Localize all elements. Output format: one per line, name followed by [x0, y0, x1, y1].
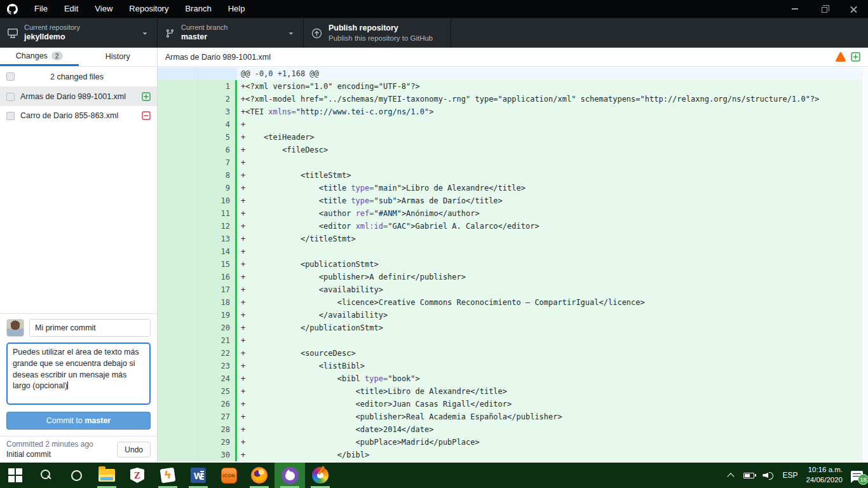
diff-line: 13+ </titleStmt> — [158, 233, 862, 245]
taskbar-cortana-button[interactable] — [61, 463, 92, 488]
volume-icon[interactable] — [763, 471, 774, 480]
changes-count-badge: 2 — [51, 51, 63, 60]
current-branch-selector[interactable]: Current branch master — [158, 18, 304, 48]
notification-center-icon[interactable]: 18 — [851, 471, 863, 480]
changed-files-count: 2 changed files — [15, 72, 151, 81]
old-line-number — [158, 436, 198, 449]
language-indicator[interactable]: ESP — [782, 471, 797, 480]
branch-label: Current branch — [181, 24, 227, 32]
taskbar-file-explorer-button[interactable] — [92, 463, 122, 488]
new-line-number: 29 — [198, 436, 235, 449]
changed-files-header: 2 changed files — [0, 67, 157, 87]
diff-line-content: + <editor>Juan Casas Rigall</editor> — [235, 398, 862, 410]
old-line-number — [158, 258, 198, 271]
commit-summary-input[interactable] — [29, 319, 151, 337]
publish-subtitle: Publish this repository to GitHub — [329, 34, 433, 43]
tab-changes[interactable]: Changes 2 — [0, 48, 79, 66]
diff-line: 3+<TEI xmlns="http://www.tei-c.org/ns/1.… — [158, 105, 862, 118]
diff-line: 17+ <availability> — [158, 283, 862, 296]
clock[interactable]: 10:16 a.m. 24/06/2020 — [806, 465, 843, 485]
taskbar-word-button[interactable]: W — [183, 463, 214, 488]
diff-line-content: + <titleStmt> — [235, 169, 862, 182]
diff-line-content: + <title type="sub">Armas de Darío</titl… — [235, 194, 862, 207]
diff-line: 26+ <editor>Juan Casas Rigall</editor> — [158, 398, 862, 410]
menu-edit[interactable]: Edit — [56, 0, 86, 18]
diff-line: 15+ <publicationStmt> — [158, 258, 862, 271]
commit-button[interactable]: Commit to master — [6, 412, 151, 430]
new-line-number: 24 — [198, 372, 235, 385]
menu-repository[interactable]: Repository — [121, 0, 177, 18]
restore-button[interactable] — [810, 0, 839, 18]
battery-icon[interactable] — [743, 473, 754, 478]
new-line-number: 2 — [198, 93, 235, 105]
tray-expand-icon[interactable] — [726, 471, 735, 480]
menu-help[interactable]: Help — [220, 0, 254, 18]
taskbar-paint-button[interactable] — [305, 463, 336, 488]
taskbar-start-button[interactable] — [0, 463, 31, 488]
taskbar-zotero-button[interactable]: Z — [122, 463, 153, 488]
new-line-number: 9 — [198, 182, 235, 194]
old-line-number — [158, 105, 198, 118]
commit-description-textarea[interactable]: Puedes utilizar el área de texto más gra… — [6, 342, 151, 405]
upload-cloud-icon — [311, 28, 322, 39]
repository-label: Current repository — [24, 24, 80, 32]
file-row[interactable]: Carro de Dario 855-863.xml — [0, 106, 157, 125]
diff-panel: Armas de Dario 989-1001.xml @@ -0,0 +1,1… — [158, 48, 868, 463]
diff-line-content: + <publicationStmt> — [235, 258, 862, 271]
old-line-number — [158, 322, 198, 334]
diff-line-content: + <bibl type="book"> — [235, 372, 862, 385]
file-checkbox[interactable] — [6, 93, 15, 101]
diff-line: 20+ </publicationStmt> — [158, 322, 862, 334]
branch-icon — [165, 29, 175, 38]
menu-view[interactable]: View — [86, 0, 121, 18]
diff-line: 10+ <title type="sub">Armas de Darío</ti… — [158, 194, 862, 207]
old-line-number — [158, 398, 198, 410]
menu-file[interactable]: File — [26, 0, 56, 18]
toolbar: Current repository jekylldemo Current br… — [0, 18, 868, 48]
warning-icon[interactable] — [836, 52, 846, 62]
minimize-button[interactable] — [780, 0, 810, 18]
new-line-number: 13 — [198, 233, 235, 245]
publish-title: Publish repository — [329, 24, 433, 34]
diff-line: 1+<?xml version="1.0" encoding="UTF-8"?> — [158, 80, 862, 93]
undo-button[interactable]: Undo — [117, 442, 151, 458]
menu-branch[interactable]: Branch — [177, 0, 219, 18]
vertical-scrollbar[interactable] — [862, 67, 868, 463]
old-line-number — [158, 423, 198, 436]
file-row[interactable]: Armas de Dario 989-1001.xml — [0, 87, 157, 106]
old-line-number — [158, 67, 198, 80]
diff-line-content: + <title>Libro de Alexandre</title> — [235, 385, 862, 398]
window-controls — [780, 0, 868, 18]
current-repository-selector[interactable]: Current repository jekylldemo — [0, 18, 158, 48]
taskbar-firefox-button[interactable] — [244, 463, 275, 488]
taskbar-winamp-button[interactable]: ϟ — [153, 463, 183, 488]
diff-line-content: + <editor xml:id="GAC">Gabriel A. Calarc… — [235, 220, 862, 233]
chevron-down-icon — [287, 29, 295, 37]
old-line-number — [158, 271, 198, 283]
new-line-number: 28 — [198, 423, 235, 436]
taskbar-github-desktop-button[interactable] — [275, 463, 305, 488]
old-line-number — [158, 283, 198, 296]
new-line-number: 17 — [198, 283, 235, 296]
diff-line-content: + <publisher>A definir</publisher> — [235, 271, 862, 283]
repository-icon — [8, 28, 18, 38]
taskbar-icon-editor-button[interactable]: ICON — [214, 463, 244, 488]
diff-line-content: + <licence>Creative Commons Reconocimien… — [235, 296, 862, 309]
taskbar-search-button[interactable] — [31, 463, 61, 488]
new-line-number: 25 — [198, 385, 235, 398]
new-line-number: 8 — [198, 169, 235, 182]
tab-history[interactable]: History — [79, 48, 158, 66]
select-all-checkbox[interactable] — [6, 72, 15, 81]
new-line-number: 6 — [198, 144, 235, 156]
new-line-number: 26 — [198, 398, 235, 410]
file-checkbox[interactable] — [6, 112, 15, 120]
file-name: Carro de Dario 855-863.xml — [20, 111, 136, 120]
diff-line: 21+ — [158, 334, 862, 347]
close-button[interactable] — [839, 0, 868, 18]
new-line-number: 15 — [198, 258, 235, 271]
publish-repository-button[interactable]: Publish repository Publish this reposito… — [304, 18, 451, 48]
diff-line: 16+ <publisher>A definir</publisher> — [158, 271, 862, 283]
minimize-icon — [792, 8, 798, 10]
file-name: Armas de Dario 989-1001.xml — [20, 92, 136, 101]
diff-line: 27+ <publisher>Real Academia Española</p… — [158, 410, 862, 423]
